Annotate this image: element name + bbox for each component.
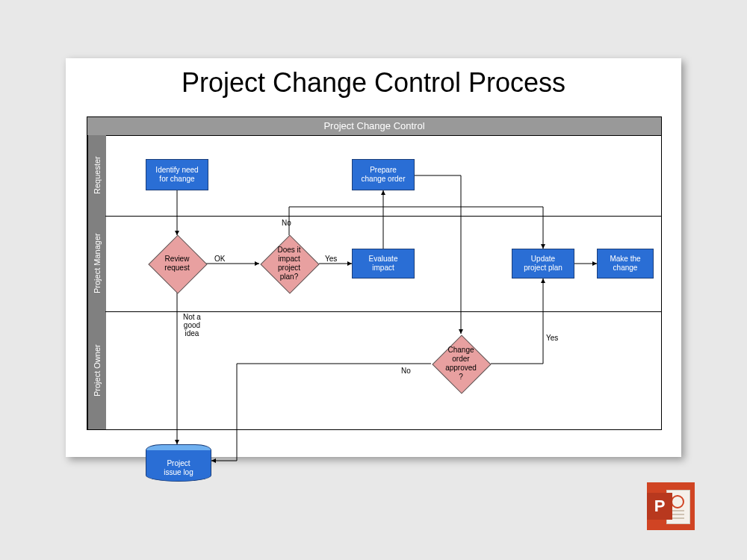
- powerpoint-icon-letter: P: [647, 493, 672, 520]
- slide: Project Change Control Process Project C…: [66, 58, 681, 457]
- edge-label-yes-approved: Yes: [546, 334, 558, 342]
- powerpoint-icon: P: [647, 482, 695, 530]
- node-impact-decision-label: Does it impact project plan?: [261, 244, 317, 283]
- node-identify-need: Identify need for change: [146, 159, 208, 190]
- node-project-issue-log-label: Project issue log: [146, 450, 211, 482]
- edge-label-ok: OK: [214, 255, 225, 263]
- edge-label-no-impact: No: [282, 219, 291, 227]
- node-review-request-label: Review request: [146, 249, 208, 279]
- node-update-project-plan: Update project plan: [512, 249, 574, 279]
- node-prepare-change-order: Prepare change order: [352, 159, 415, 190]
- node-approved-decision-label: Change order approved ?: [433, 343, 489, 385]
- edge-label-yes-impact: Yes: [325, 255, 337, 263]
- node-evaluate-impact: Evaluate impact: [352, 249, 415, 279]
- page-title: Project Change Control Process: [66, 67, 681, 99]
- swimlane-pool: Project Change Control Requester Project…: [87, 116, 662, 430]
- node-make-the-change: Make the change: [597, 249, 654, 279]
- edge-label-no-approved: No: [401, 367, 411, 375]
- node-project-issue-log: Project issue log: [146, 444, 211, 482]
- edge-label-not-good-idea: Not a good idea: [183, 313, 201, 337]
